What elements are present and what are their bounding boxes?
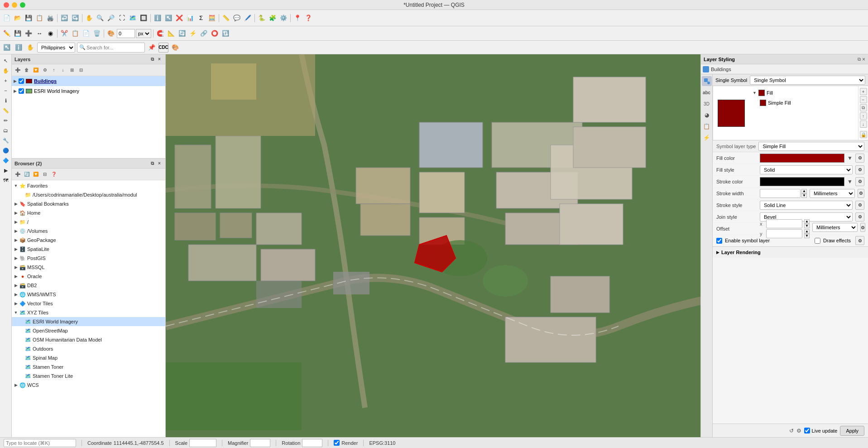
offset-data-btn[interactable]: ⚙ [860, 223, 865, 232]
esri-checkbox[interactable] [19, 88, 24, 94]
layer-item-esri[interactable]: ▶ ESRI World Imagery [12, 86, 165, 96]
layer-tool[interactable]: 🗂 [1, 126, 10, 135]
browser-item-root[interactable]: ▶ 📁 / [12, 217, 165, 226]
browser-collapse-btn[interactable]: ⊟ [41, 170, 49, 178]
symbol-tree-simple-fill[interactable]: Simple Fill [751, 98, 856, 108]
plugin-tool4[interactable]: ▶ [1, 166, 10, 175]
minimize-button[interactable] [12, 2, 17, 8]
coordinate-icon[interactable]: 📍 [293, 13, 302, 23]
magnifier-input[interactable]: 100% [250, 439, 270, 447]
styling-tab-symbol[interactable] [702, 76, 712, 86]
map-tips-icon[interactable]: 💬 [232, 13, 242, 23]
zoom-layer-icon[interactable]: 🗺️ [128, 13, 138, 23]
cdc-icon[interactable]: CDC [158, 43, 168, 53]
fill-style-data-btn[interactable]: ⚙ [855, 165, 864, 174]
merge-icon[interactable]: 🔗 [199, 29, 209, 39]
browser-item-esri-world[interactable]: 🗺️ ESRI World Imagery [12, 317, 165, 326]
remove-symbol-btn[interactable]: − [860, 96, 867, 103]
apply-button[interactable]: Apply [840, 426, 864, 436]
rotate-icon[interactable]: 🔃 [221, 29, 230, 39]
python-icon[interactable]: 🐍 [257, 13, 267, 23]
styling-tab-fields[interactable]: 📋 [702, 121, 712, 131]
browser-item-volumes[interactable]: ▶ 💿 /Volumes [12, 226, 165, 236]
processing-icon[interactable]: ⚙️ [278, 13, 288, 23]
draw-effects-checkbox[interactable] [815, 238, 820, 244]
rotation-input[interactable]: 0.0 ° [302, 439, 322, 447]
stroke-width-value[interactable]: 0.260000 [760, 189, 801, 198]
offset-x-down[interactable]: ▼ [804, 224, 810, 228]
stroke-width-up[interactable]: ▲ [801, 189, 807, 193]
buildings-checkbox[interactable] [19, 78, 24, 84]
renderer-select[interactable]: Single Symbol [750, 76, 865, 85]
search-input[interactable] [77, 43, 145, 53]
copy-features-icon[interactable]: 📋 [70, 29, 80, 39]
maximize-button[interactable] [20, 2, 25, 8]
stroke-color-icon[interactable]: 🎨 [106, 29, 116, 39]
dup-symbol-btn[interactable]: ⧉ [860, 104, 867, 111]
browser-item-wmswmts[interactable]: ▶ 🌐 WMS/WMTS [12, 290, 165, 299]
filter-layer-btn[interactable]: 🔽 [32, 66, 40, 74]
zoom-in-tool[interactable]: + [1, 76, 10, 85]
paste-features-icon[interactable]: 📄 [81, 29, 91, 39]
fill-style-select[interactable]: Solid [760, 165, 853, 174]
help-icon[interactable]: ❓ [303, 13, 313, 23]
browser-item-outdoors[interactable]: 🗺️ Outdoors [12, 344, 165, 353]
stroke-color-dropdown-btn[interactable]: ▼ [847, 178, 853, 185]
browser-item-osm-hdm[interactable]: 🗺️ OSM Humanitarian Data Model [12, 335, 165, 344]
browser-refresh-btn[interactable]: 🔄 [23, 170, 31, 178]
draw-effects-settings-btn[interactable]: ⚙ [855, 236, 864, 245]
stroke-width-data-btn[interactable]: ⚙ [858, 189, 864, 198]
down-symbol-btn[interactable]: ↓ [860, 120, 867, 128]
browser-item-stamen[interactable]: 🗺️ Stamen Toner [12, 362, 165, 371]
epsg-label[interactable]: EPSG:3110 [369, 440, 395, 446]
print-icon[interactable]: 🖨️ [45, 13, 55, 23]
identify-icon[interactable]: ℹ️ [153, 13, 163, 23]
styling-close-btn[interactable]: × [862, 56, 865, 63]
region-select[interactable]: Philippines [37, 43, 75, 53]
settings-icon[interactable]: ⚙ [796, 428, 801, 434]
styling-tab-rendering[interactable]: ⚡ [702, 133, 712, 143]
offset-x-value[interactable]: 0.000000 [766, 219, 802, 228]
open-layer-properties-btn[interactable]: ⚙ [41, 66, 49, 74]
stroke-width-down[interactable]: ▼ [801, 193, 807, 198]
symbol-tree-fill[interactable]: ▼ Fill [751, 88, 856, 98]
attribute-table-icon[interactable]: 📊 [185, 13, 195, 23]
offset-y-up[interactable]: ▲ [804, 229, 810, 234]
layer-rendering-header[interactable]: ▶ Layer Rendering [713, 247, 868, 258]
zoom-out-icon[interactable]: 🔎 [106, 13, 116, 23]
join-style-data-btn[interactable]: ⚙ [855, 212, 864, 222]
snap-icon[interactable]: 🧲 [155, 29, 165, 39]
stroke-unit-select[interactable]: px [136, 29, 151, 38]
browser-item-spinal[interactable]: 🗺️ Spinal Map [12, 353, 165, 362]
toggle-edit-icon[interactable]: ✏️ [2, 29, 12, 39]
render-checkbox[interactable] [334, 440, 340, 446]
live-update-icon[interactable]: ↺ [789, 428, 794, 434]
select-icon[interactable]: ↖️ [163, 13, 173, 23]
fill-color-swatch[interactable] [760, 154, 844, 163]
measure-tool[interactable]: 📏 [1, 106, 10, 115]
split-icon[interactable]: ⚡ [188, 29, 198, 39]
plugin-tool2[interactable]: 🔵 [1, 146, 10, 155]
symbol-layer-type-select[interactable]: Simple Fill [758, 142, 864, 151]
browser-item-osm[interactable]: 🗺️ OpenStreetMap [12, 326, 165, 335]
save-project-icon[interactable]: 💾 [24, 13, 34, 23]
up-symbol-btn[interactable]: ↑ [860, 112, 867, 120]
styling-tab-labels[interactable]: abc [702, 87, 712, 97]
plugin-tool5[interactable]: 🗺 [1, 176, 10, 185]
styling-tab-3d[interactable]: 3D [702, 99, 712, 109]
pan-tool[interactable]: ✋ [1, 66, 10, 75]
statistics-icon[interactable]: Σ [196, 13, 206, 23]
zoom-selection-icon[interactable]: 🔲 [139, 13, 149, 23]
zoom-full-icon[interactable]: ⛶ [117, 13, 127, 23]
plugins-icon[interactable]: 🧩 [268, 13, 278, 23]
layer-down-btn[interactable]: ↓ [59, 66, 67, 74]
add-feature-icon[interactable]: ➕ [24, 29, 34, 39]
tracing-icon[interactable]: 📐 [166, 29, 176, 39]
digitize-icon[interactable]: 📌 [147, 43, 157, 53]
add-symbol-btn[interactable]: + [860, 88, 867, 95]
node-tool-icon[interactable]: ◉ [45, 29, 55, 39]
color-scheme-icon[interactable]: 🎨 [170, 43, 180, 53]
browser-item-bookmarks[interactable]: ▶ 🔖 Spatial Bookmarks [12, 199, 165, 208]
styling-tab-diagram[interactable]: ◕ [702, 110, 712, 120]
expand-all-btn[interactable]: ⊞ [68, 66, 76, 74]
